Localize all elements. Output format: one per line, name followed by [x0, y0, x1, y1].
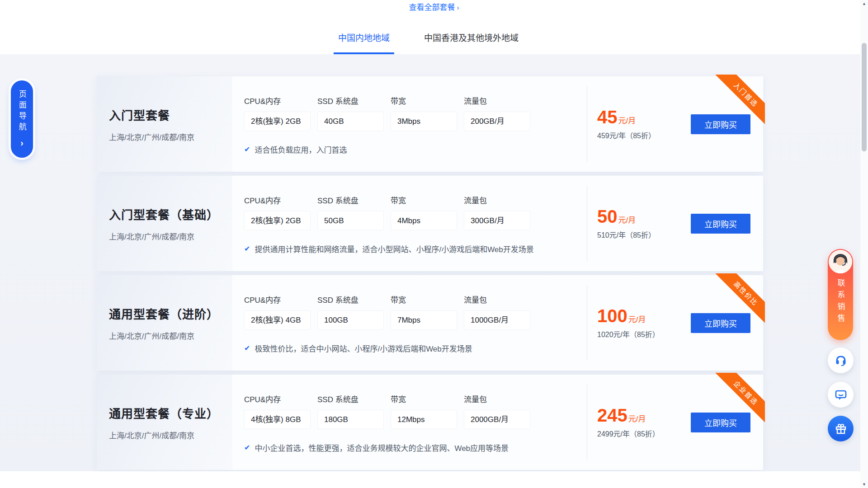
spec-value-bandwidth: 7Mbps — [391, 310, 457, 330]
spec-value-bandwidth: 4Mbps — [391, 211, 457, 230]
plan-name: 入门型套餐（基础） — [109, 206, 232, 222]
plan-description: 极致性价比，适合中小网站、小程序/小游戏后端和Web开发场景 — [255, 343, 472, 354]
view-all-plans-link[interactable]: 查看全部套餐› — [0, 1, 868, 12]
plan-card-general-pro: 通用型套餐（专业） 上海/北京/广州/成都/南京 CPU&内存4核(独享) 8G… — [97, 375, 763, 470]
scroll-down-arrow[interactable]: ▼ — [860, 481, 868, 488]
page-navigation-label: 页面导航 — [16, 90, 28, 133]
plan-description: 提供通用计算性能和网络流量，适合小型网站、小程序/小游戏后端和Web开发场景 — [255, 243, 533, 254]
plan-price-area: 245元/月 2499元/年（85折） 立即购买 — [587, 375, 763, 470]
contact-sales-label: 联系销售 — [835, 279, 846, 326]
plan-price-area: 50元/月 510元/年（85折） 立即购买 — [587, 176, 763, 271]
headset-icon — [835, 354, 847, 367]
price-monthly: 50 — [597, 206, 618, 226]
pricing-section-background: 入门型套餐 上海/北京/广州/成都/南京 CPU&内存2核(独享) 2GB SS… — [0, 54, 868, 471]
plan-info: 通用型套餐（进阶） 上海/北京/广州/成都/南京 — [97, 275, 232, 371]
price-unit: 元/月 — [618, 117, 636, 125]
browser-scrollbar[interactable]: ▲ ▼ — [860, 0, 868, 488]
spec-header-disk: SSD 系统盘 — [317, 95, 384, 106]
spec-value-traffic: 300GB/月 — [464, 211, 530, 230]
tab-china-mainland[interactable]: 中国内地地域 — [334, 31, 394, 54]
contact-sales-button[interactable]: 联系销售 — [828, 249, 853, 340]
price-unit: 元/月 — [628, 315, 646, 324]
spec-header-bandwidth: 带宽 — [391, 393, 457, 404]
plan-description: 适合低负载应用，入门首选 — [255, 144, 347, 155]
tab-label: 中国香港及其他境外地域 — [424, 33, 519, 43]
plan-card-list: 入门型套餐 上海/北京/广州/成都/南京 CPU&内存2核(独享) 2GB SS… — [97, 76, 763, 474]
price-monthly: 45 — [597, 107, 618, 127]
buy-now-button[interactable]: 立即购买 — [691, 413, 750, 432]
spec-value-traffic: 200GB/月 — [464, 112, 530, 131]
plan-regions: 上海/北京/广州/成都/南京 — [109, 131, 232, 142]
check-icon: ✔ — [244, 244, 250, 253]
price-monthly: 245 — [597, 405, 627, 425]
plan-card-entry: 入门型套餐 上海/北京/广州/成都/南京 CPU&内存2核(独享) 2GB SS… — [97, 76, 763, 172]
tab-label: 中国内地地域 — [338, 33, 390, 43]
price-yearly: 459元/年（85折） — [597, 130, 656, 141]
sales-agent-avatar — [829, 250, 852, 273]
spec-value-traffic: 2000GB/月 — [464, 410, 530, 429]
spec-value-cpu: 2核(独享) 4GB — [244, 310, 311, 330]
spec-header-disk: SSD 系统盘 — [317, 194, 384, 206]
promotions-gift-button[interactable] — [828, 416, 854, 441]
spec-header-disk: SSD 系统盘 — [317, 393, 384, 404]
spec-value-cpu: 2核(独享) 2GB — [244, 112, 311, 131]
spec-value-bandwidth: 3Mbps — [391, 112, 457, 131]
spec-header-traffic: 流量包 — [464, 393, 530, 404]
price-block: 50元/月 510元/年（85折） — [597, 207, 656, 240]
spec-value-traffic: 1000GB/月 — [464, 310, 530, 330]
next-section-edge — [0, 471, 868, 488]
online-chat-button[interactable] — [828, 382, 854, 408]
buy-now-button[interactable]: 立即购买 — [691, 214, 750, 234]
price-block: 100元/月 1020元/年（85折） — [597, 307, 660, 339]
check-icon: ✔ — [244, 344, 250, 352]
check-icon: ✔ — [244, 145, 250, 154]
check-icon: ✔ — [244, 443, 250, 452]
price-monthly: 100 — [597, 306, 627, 326]
chevron-right-icon: › — [20, 138, 24, 148]
gift-icon — [835, 422, 847, 435]
page-navigation-button[interactable]: 页面导航 › — [11, 80, 33, 158]
spec-value-disk: 40GB — [317, 112, 384, 131]
spec-header-traffic: 流量包 — [464, 294, 530, 305]
tab-hongkong-overseas[interactable]: 中国香港及其他境外地域 — [420, 31, 523, 54]
view-all-label: 查看全部套餐 — [409, 3, 455, 12]
spec-value-disk: 100GB — [317, 310, 384, 330]
price-yearly: 1020元/年（85折） — [597, 328, 660, 339]
spec-value-disk: 180GB — [317, 410, 384, 429]
top-header: 查看全部套餐› 中国内地地域 中国香港及其他境外地域 — [0, 0, 868, 54]
plan-name: 入门型套餐 — [109, 106, 232, 123]
spec-value-cpu: 2核(独享) 2GB — [244, 211, 311, 230]
price-block: 245元/月 2499元/年（85折） — [597, 406, 660, 439]
buy-now-button[interactable]: 立即购买 — [691, 114, 750, 134]
support-headset-button[interactable] — [828, 347, 854, 373]
scroll-up-arrow[interactable]: ▲ — [860, 0, 868, 7]
buy-now-button[interactable]: 立即购买 — [691, 313, 750, 333]
plan-name: 通用型套餐（专业） — [109, 404, 232, 421]
plan-price-area: 100元/月 1020元/年（85折） 立即购买 — [587, 275, 763, 371]
region-tabs: 中国内地地域 中国香港及其他境外地域 — [334, 31, 523, 54]
plan-name: 通用型套餐（进阶） — [109, 305, 232, 322]
plan-info: 入门型套餐（基础） 上海/北京/广州/成都/南京 — [97, 176, 232, 271]
plan-description: 中小企业首选，性能更强，适合业务规模较大的企业官网、Web应用等场景 — [255, 442, 509, 453]
spec-header-cpu: CPU&内存 — [244, 95, 311, 106]
spec-header-traffic: 流量包 — [464, 95, 530, 106]
price-yearly: 2499元/年（85折） — [597, 428, 660, 439]
plan-info: 通用型套餐（专业） 上海/北京/广州/成都/南京 — [97, 375, 232, 470]
spec-header-cpu: CPU&内存 — [244, 393, 311, 404]
chat-bubble-icon — [835, 389, 847, 401]
chevron-right-icon: › — [457, 4, 459, 11]
spec-header-traffic: 流量包 — [464, 194, 530, 206]
scrollbar-thumb[interactable] — [862, 43, 867, 151]
spec-header-cpu: CPU&内存 — [244, 194, 311, 206]
spec-header-bandwidth: 带宽 — [391, 194, 457, 206]
price-yearly: 510元/年（85折） — [597, 229, 656, 240]
plan-regions: 上海/北京/广州/成都/南京 — [109, 330, 232, 341]
spec-value-cpu: 4核(独享) 8GB — [244, 410, 311, 429]
spec-header-bandwidth: 带宽 — [391, 294, 457, 305]
plan-price-area: 45元/月 459元/年（85折） 立即购买 — [587, 76, 763, 172]
spec-header-bandwidth: 带宽 — [391, 95, 457, 106]
plan-card-general-advanced: 通用型套餐（进阶） 上海/北京/广州/成都/南京 CPU&内存2核(独享) 4G… — [97, 275, 763, 371]
price-unit: 元/月 — [628, 415, 646, 423]
price-unit: 元/月 — [618, 216, 636, 225]
price-block: 45元/月 459元/年（85折） — [597, 108, 656, 141]
